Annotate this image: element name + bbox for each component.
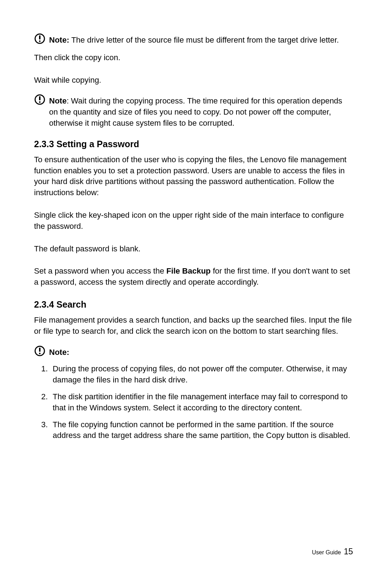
paragraph: Wait while copying.	[34, 75, 353, 86]
svg-point-8	[39, 352, 40, 354]
paragraph: File management provides a search functi…	[34, 315, 353, 337]
footer-label: User Guide	[312, 549, 341, 555]
svg-rect-4	[39, 96, 40, 100]
page-number: 15	[344, 547, 353, 556]
note-body: : Wait during the copying process. The t…	[49, 96, 342, 127]
note-text-3: Note:	[49, 346, 69, 358]
note-label: Note:	[49, 35, 69, 44]
note-label: Note:	[49, 348, 69, 357]
svg-point-5	[39, 101, 40, 103]
para-pre: Set a password when you access the	[34, 266, 166, 275]
alert-icon	[34, 94, 46, 105]
paragraph: The default password is blank.	[34, 244, 353, 255]
svg-rect-7	[39, 348, 40, 352]
svg-point-2	[39, 40, 40, 42]
section-heading-password: 2.3.3 Setting a Password	[34, 139, 353, 149]
note-label: Note	[49, 96, 67, 105]
paragraph: Then click the copy icon.	[34, 52, 353, 63]
note-block-2: Note: Wait during the copying process. T…	[34, 95, 353, 129]
list-item: The disk partition identifier in the fil…	[41, 391, 353, 414]
paragraph: Set a password when you access the File …	[34, 266, 353, 288]
paragraph: Single click the key-shaped icon on the …	[34, 210, 353, 232]
note-block-3: Note:	[34, 346, 353, 358]
list-item: During the process of copying files, do …	[41, 363, 353, 386]
list-item: The file copying function cannot be perf…	[41, 419, 353, 442]
note-body: The drive letter of the source file must…	[69, 35, 339, 44]
note-text-1: Note: The drive letter of the source fil…	[49, 34, 339, 46]
svg-rect-1	[39, 35, 40, 39]
paragraph: To ensure authentication of the user who…	[34, 154, 353, 198]
note-block-1: Note: The drive letter of the source fil…	[34, 34, 353, 46]
page-footer: User Guide15	[312, 547, 353, 556]
section-heading-search: 2.3.4 Search	[34, 299, 353, 310]
alert-icon	[34, 345, 46, 357]
note-text-2: Note: Wait during the copying process. T…	[49, 95, 353, 129]
alert-icon	[34, 33, 46, 44]
note-list: During the process of copying files, do …	[34, 363, 353, 441]
para-bold: File Backup	[166, 266, 210, 275]
